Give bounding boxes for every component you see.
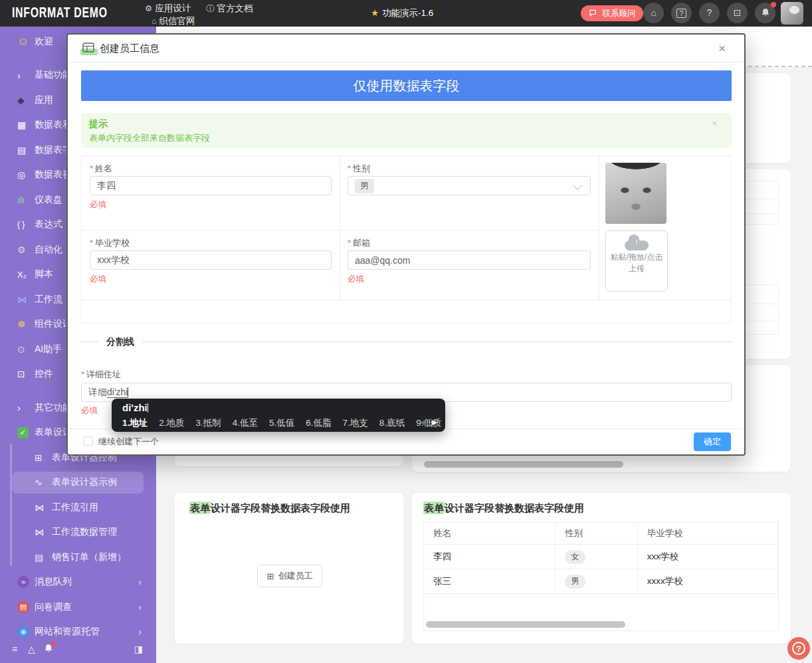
- sidebar-item-label: 工作流数据管理: [52, 526, 117, 538]
- ime-candidate-window: di'zhi 1.地址2.地质3.抵制4.低至5.低值6.低脂7.地支8.底纸9…: [112, 399, 445, 432]
- nav-official-site[interactable]: ⌂织信官网: [152, 15, 195, 27]
- sidebar-item-label: 自动化: [35, 244, 62, 256]
- help-button[interactable]: ?: [699, 3, 720, 23]
- ime-candidate[interactable]: 8.底纸: [379, 418, 405, 428]
- sidebar-item-表单设计器示例[interactable]: ∿表单设计器示例: [0, 470, 156, 496]
- table-row[interactable]: 张三男xxxx学校: [424, 569, 778, 594]
- ime-prev-icon[interactable]: ◀: [420, 418, 425, 426]
- horizontal-scrollbar[interactable]: [424, 461, 623, 468]
- table-cell-gender: 女: [556, 545, 638, 569]
- ime-candidate[interactable]: 2.地质: [159, 418, 184, 428]
- widget-icon: ⊡: [17, 369, 35, 379]
- user-avatar[interactable]: [781, 2, 803, 25]
- gender-tag: 男: [355, 179, 374, 193]
- version-badge: ★功能演示-1.6: [371, 7, 433, 19]
- alert-icon[interactable]: △: [28, 644, 35, 654]
- ime-candidate[interactable]: 3.抵制: [196, 418, 221, 428]
- ime-candidate[interactable]: 6.低脂: [306, 418, 331, 428]
- sidebar-item-label: 网站和资源托管: [35, 626, 100, 638]
- ime-candidates[interactable]: 1.地址2.地质3.抵制4.低至5.低值6.低脂7.地支8.底纸9.低质: [122, 417, 453, 429]
- table-header-cell: 毕业学校: [638, 523, 778, 544]
- sub-doc-icon: ▤: [35, 552, 52, 563]
- confirm-button[interactable]: 确定: [694, 432, 731, 451]
- star-icon: ★: [371, 8, 379, 18]
- home-button[interactable]: ⌂: [643, 3, 664, 23]
- add-icon: ⊞: [267, 571, 274, 581]
- required-hint: 必填: [348, 274, 364, 285]
- menu-collapse-icon[interactable]: ≡: [12, 644, 17, 654]
- bell-icon[interactable]: [44, 644, 53, 655]
- table-header-cell: 姓名: [424, 523, 556, 544]
- table-view-icon: ◎: [17, 169, 35, 180]
- alert-close-icon[interactable]: ×: [712, 118, 717, 128]
- web-badge-icon: ⊕: [17, 626, 29, 638]
- sub-hierarchy-icon: ⊞: [35, 452, 52, 463]
- ime-candidate[interactable]: 7.地支: [343, 418, 368, 428]
- required-hint: 必填: [90, 274, 106, 285]
- card-title: 表单设计器字段替换数据表字段使用: [423, 502, 584, 515]
- sidebar-item-label: AI助手: [35, 343, 62, 355]
- table-cell-name: 张三: [424, 569, 556, 593]
- ime-candidate[interactable]: 5.低值: [269, 418, 294, 428]
- nav-app-design[interactable]: ⚙应用设计: [145, 3, 191, 15]
- gender-select[interactable]: 男: [348, 176, 591, 195]
- contact-advisor-button[interactable]: 联系顾问: [581, 5, 643, 21]
- gear-icon: ⚙: [145, 4, 152, 13]
- sidebar-item-销售订单（新增）[interactable]: ▤销售订单（新增）: [0, 545, 156, 570]
- notifications-button[interactable]: [755, 3, 775, 23]
- sidebar-item-工作流引用[interactable]: ⋈工作流引用: [0, 495, 156, 520]
- form-banner: 仅使用数据表字段: [81, 70, 732, 101]
- sidebar-item-label: 工作流: [35, 294, 62, 306]
- upload-dropzone[interactable]: 粘贴/拖放/点击 上传: [605, 231, 668, 292]
- horizontal-scrollbar[interactable]: [426, 621, 625, 628]
- email-label: *邮箱: [348, 237, 370, 249]
- ai-robot-icon: ⊙: [17, 344, 35, 355]
- school-label: *毕业学校: [90, 237, 130, 249]
- smiley-icon: ☺: [17, 35, 35, 48]
- sidebar-item-label: 表单设计器示例: [52, 476, 117, 488]
- divider-label: 分割线: [106, 336, 134, 348]
- alert-title: 提示: [89, 118, 108, 130]
- table-cell-school: xxx学校: [638, 545, 778, 569]
- form-designer-demo-card: 表单设计器字段替换数据表字段使用 ⊞ 创建员工: [175, 493, 403, 644]
- sidebar-item-工作流数据管理[interactable]: ⋈工作流数据管理: [0, 520, 156, 545]
- sidebar-item-消息队列[interactable]: ≈消息队列›: [0, 570, 156, 595]
- school-input[interactable]: xxx学校: [90, 250, 332, 270]
- sidebar-item-label: 表达式: [35, 219, 62, 231]
- app-icon: ◆: [17, 95, 35, 106]
- table-header-row: 姓名性别毕业学校: [424, 523, 778, 545]
- create-employee-button[interactable]: ⊞ 创建员工: [257, 565, 322, 587]
- sidebar-item-问卷调查[interactable]: ▤问卷调查›: [0, 595, 156, 620]
- address-label: *详细住址: [81, 369, 121, 381]
- workflow-icon: ⋈: [17, 294, 35, 305]
- ime-candidate[interactable]: 1.地址: [122, 418, 148, 428]
- continue-create-checkbox[interactable]: [84, 436, 93, 446]
- required-hint: 必填: [81, 405, 98, 417]
- help-floating-button[interactable]: ?: [787, 637, 810, 660]
- notification-dot: [771, 2, 776, 7]
- app-root: 表单设计器字段替换数据表字段使用 ⊞ 创建员工 表单设计器字段替换数据表字段使用…: [0, 0, 812, 663]
- assistant-button[interactable]: ⊡: [727, 3, 748, 23]
- sidebar-item-label: 应用: [35, 94, 53, 106]
- ime-composition: di'zhi: [122, 402, 148, 413]
- sidebar-item-label: 控件: [35, 368, 53, 380]
- divider-line: [142, 341, 732, 342]
- panel-toggle-icon[interactable]: ◨: [134, 644, 143, 654]
- modal-title: 创建员工信息: [100, 43, 159, 55]
- submenu-guide-line: [10, 444, 12, 566]
- ime-candidate[interactable]: 4.低至: [233, 418, 258, 428]
- ime-next-icon[interactable]: ▶: [432, 418, 437, 426]
- alert-description: 表单内字段全部来自数据表字段: [89, 132, 210, 144]
- chevron-down-icon: [573, 181, 582, 190]
- required-hint: 必填: [90, 199, 106, 211]
- employee-table-card: 表单设计器字段替换数据表字段使用 姓名性别毕业学校 李四女xxx学校张三男xxx…: [412, 493, 791, 644]
- sub-chart-icon: ∿: [35, 477, 52, 488]
- email-input[interactable]: aaa@qq.com: [348, 250, 591, 270]
- name-input[interactable]: 李四: [90, 176, 332, 195]
- nav-official-docs[interactable]: ⓘ官方文档: [206, 3, 253, 15]
- feedback-button[interactable]: ?: [671, 3, 692, 23]
- sidebar-item-label: 销售订单（新增）: [52, 551, 126, 563]
- table-row[interactable]: 李四女xxx学校: [424, 545, 778, 569]
- close-icon[interactable]: ×: [718, 42, 726, 54]
- chevron-right-icon: ›: [138, 602, 142, 613]
